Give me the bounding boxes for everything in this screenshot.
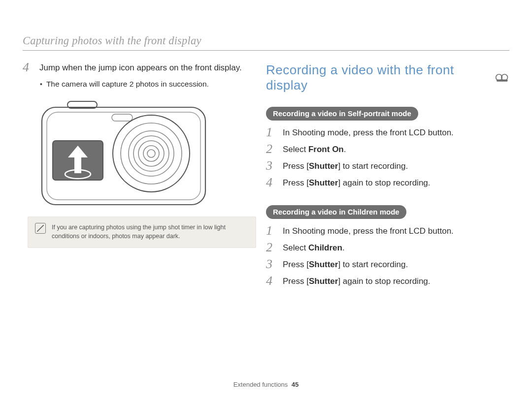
step-text: Jump when the jump icon appears on the f… bbox=[39, 62, 242, 74]
svg-rect-3 bbox=[112, 114, 133, 121]
step-4: 4 Jump when the jump icon appears on the… bbox=[23, 62, 256, 75]
page-number: 45 bbox=[292, 381, 299, 388]
footer-label: Extended functions bbox=[233, 381, 288, 388]
step-number: 3 bbox=[266, 159, 278, 172]
step-a3: 3 Press [Shutter] to start recording. bbox=[266, 161, 509, 174]
sub-bullet-text: The camera will capture 2 photos in succ… bbox=[46, 79, 209, 90]
step-a2: 2 Select Front On. bbox=[266, 144, 509, 157]
svg-point-6 bbox=[129, 131, 174, 176]
step-text: In Shooting mode, press the front LCD bu… bbox=[283, 127, 454, 139]
camera-illustration bbox=[40, 98, 256, 209]
svg-point-4 bbox=[113, 115, 190, 192]
note-box: If you are capturing photos using the ju… bbox=[28, 216, 256, 248]
svg-rect-17 bbox=[497, 80, 507, 82]
section-title: Recording a video with the front display bbox=[266, 62, 509, 93]
step-number: 2 bbox=[266, 143, 278, 155]
step-number: 4 bbox=[266, 176, 278, 189]
step-number: 4 bbox=[23, 61, 34, 74]
block-children: Recording a video in Children mode 1 In … bbox=[266, 201, 509, 289]
step-text: Select Front On. bbox=[283, 144, 346, 155]
step-text: Press [Shutter] again to stop recording. bbox=[283, 276, 431, 287]
step-b4: 4 Press [Shutter] again to stop recordin… bbox=[266, 276, 509, 289]
pill-children: Recording a video in Children mode bbox=[266, 205, 406, 219]
running-head: Capturing photos with the front display bbox=[23, 34, 509, 47]
step-number: 1 bbox=[266, 224, 278, 237]
svg-point-5 bbox=[121, 123, 182, 184]
step-b1: 1 In Shooting mode, press the front LCD … bbox=[266, 226, 509, 239]
step-b2: 2 Select Children. bbox=[266, 243, 509, 255]
note-icon bbox=[35, 223, 46, 234]
video-icon bbox=[496, 73, 509, 82]
section-title-text: Recording a video with the front display bbox=[266, 62, 491, 93]
step-number: 3 bbox=[266, 258, 278, 271]
right-column: Recording a video with the front display… bbox=[266, 62, 509, 300]
columns: 4 Jump when the jump icon appears on the… bbox=[23, 62, 509, 300]
manual-page: Capturing photos with the front display … bbox=[0, 0, 532, 401]
step-text: Press [Shutter] to start recording. bbox=[283, 259, 408, 271]
step-text: Press [Shutter] to start recording. bbox=[283, 161, 408, 172]
step-b3: 3 Press [Shutter] to start recording. bbox=[266, 259, 509, 272]
left-column: 4 Jump when the jump icon appears on the… bbox=[23, 62, 266, 300]
pill-self-portrait: Recording a video in Self-portrait mode bbox=[266, 107, 418, 121]
step-text: Select Children. bbox=[283, 243, 345, 254]
step-text: In Shooting mode, press the front LCD bu… bbox=[283, 226, 454, 237]
sub-bullet: The camera will capture 2 photos in succ… bbox=[40, 79, 256, 90]
step-number: 1 bbox=[266, 126, 278, 139]
block-self-portrait: Recording a video in Self-portrait mode … bbox=[266, 103, 509, 190]
step-number: 2 bbox=[266, 241, 278, 254]
note-text: If you are capturing photos using the ju… bbox=[52, 223, 249, 241]
svg-point-10 bbox=[147, 150, 155, 157]
page-footer: Extended functions 45 bbox=[0, 381, 532, 388]
step-a4: 4 Press [Shutter] again to stop recordin… bbox=[266, 178, 509, 190]
svg-point-9 bbox=[143, 146, 159, 161]
svg-rect-13 bbox=[74, 156, 81, 173]
step-number: 4 bbox=[266, 275, 278, 287]
running-head-rule bbox=[23, 50, 509, 51]
step-a1: 1 In Shooting mode, press the front LCD … bbox=[266, 127, 509, 140]
step-text: Press [Shutter] again to stop recording. bbox=[283, 178, 431, 189]
svg-point-8 bbox=[138, 141, 164, 166]
